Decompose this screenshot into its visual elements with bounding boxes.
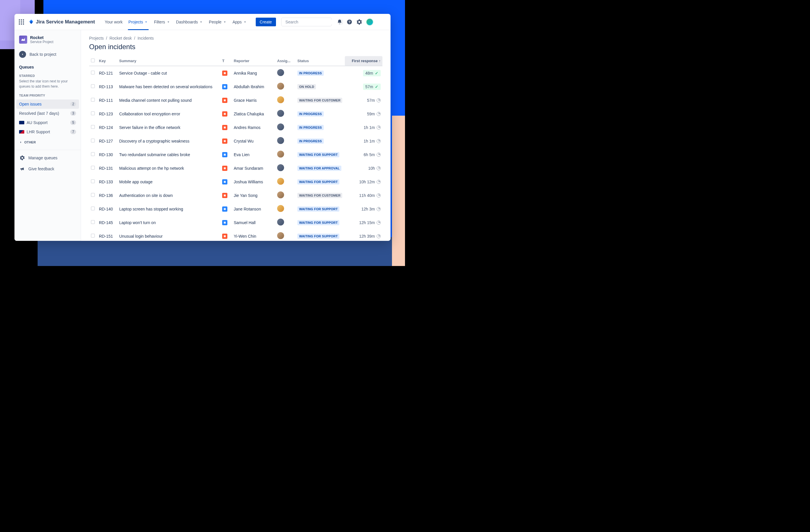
table-row[interactable]: RD-145 Laptop won't turn on Samuel Hall … — [89, 216, 383, 229]
assignee-avatar[interactable] — [277, 123, 284, 130]
issue-key[interactable]: RD-124 — [97, 120, 117, 134]
give-feedback-link[interactable]: Give feedback — [17, 163, 78, 174]
col-status[interactable]: Status — [296, 56, 345, 66]
issue-summary[interactable]: Malicious attempt on the hp network — [117, 161, 221, 175]
row-checkbox[interactable] — [91, 70, 95, 74]
breadcrumb-item[interactable]: Incidents — [137, 36, 153, 40]
issue-key[interactable]: RD-127 — [97, 134, 117, 148]
breadcrumb-item[interactable]: Projects — [89, 36, 104, 40]
section-other-toggle[interactable]: OTHER — [14, 138, 81, 147]
assignee-avatar[interactable] — [277, 96, 284, 103]
row-checkbox[interactable] — [91, 179, 95, 183]
status-lozenge[interactable]: WAITING FOR CUSTOMER — [297, 98, 342, 103]
product-brand[interactable]: Jira Service Management — [27, 19, 97, 25]
nav-apps[interactable]: Apps — [230, 14, 250, 30]
status-lozenge[interactable]: WAITING FOR SUPPORT — [297, 206, 339, 212]
status-lozenge[interactable]: WAITING FOR APPROVAL — [297, 166, 341, 171]
status-lozenge[interactable]: WAITING FOR SUPPORT — [297, 234, 339, 239]
issue-summary[interactable]: Malware has been detected on several wor… — [117, 80, 221, 94]
issue-key[interactable]: RD-111 — [97, 94, 117, 107]
issue-summary[interactable]: Collaboration tool encryption error — [117, 107, 221, 120]
project-header[interactable]: Rocket Service Project — [14, 30, 81, 47]
issue-summary[interactable]: Service Outage - cable cut — [117, 66, 221, 80]
assignee-avatar[interactable] — [277, 151, 284, 157]
table-row[interactable]: RD-127 Discovery of a cryptographic weak… — [89, 134, 383, 148]
settings-icon[interactable] — [356, 19, 362, 25]
assignee-avatar[interactable] — [277, 110, 284, 117]
status-lozenge[interactable]: IN PROGRESS — [297, 138, 324, 144]
assignee-avatar[interactable] — [277, 164, 284, 171]
issue-key[interactable]: RD-131 — [97, 161, 117, 175]
assignee-avatar[interactable] — [277, 219, 284, 226]
table-row[interactable]: RD-131 Malicious attempt on the hp netwo… — [89, 161, 383, 175]
back-to-project[interactable]: Back to project — [14, 47, 81, 63]
col-assignee[interactable]: Assig... — [275, 56, 296, 66]
row-checkbox[interactable] — [91, 166, 95, 170]
issue-summary[interactable]: Discovery of a cryptographic weakness — [117, 134, 221, 148]
search-box[interactable]: / — [281, 18, 332, 26]
issue-summary[interactable]: Authentication on site is down — [117, 188, 221, 202]
table-row[interactable]: RD-111 Media channel content not pulling… — [89, 94, 383, 107]
status-lozenge[interactable]: IN PROGRESS — [297, 125, 324, 130]
table-row[interactable]: RD-136 Authentication on site is down Ji… — [89, 188, 383, 202]
issue-key[interactable]: RD-130 — [97, 148, 117, 161]
row-checkbox[interactable] — [91, 138, 95, 143]
issue-summary[interactable]: Laptop won't turn on — [117, 216, 221, 229]
issue-key[interactable]: RD-121 — [97, 66, 117, 80]
row-checkbox[interactable] — [91, 84, 95, 88]
assignee-avatar[interactable] — [277, 232, 284, 239]
queue-lhr-support[interactable]: LHR Support 7 — [16, 127, 79, 136]
status-lozenge[interactable]: IN PROGRESS — [297, 111, 324, 117]
assignee-avatar[interactable] — [277, 137, 284, 144]
queue-open-issues[interactable]: Open issues 2 — [16, 99, 79, 109]
table-row[interactable]: RD-113 Malware has been detected on seve… — [89, 80, 383, 94]
issue-key[interactable]: RD-140 — [97, 202, 117, 216]
assignee-avatar[interactable] — [277, 192, 284, 198]
help-icon[interactable]: ? — [346, 19, 353, 25]
nav-projects[interactable]: Projects — [126, 14, 151, 30]
col-first-response[interactable]: First response↑ — [345, 56, 383, 66]
table-row[interactable]: RD-124 Server failure in the office netw… — [89, 120, 383, 134]
nav-filters[interactable]: Filters — [151, 14, 173, 30]
status-lozenge[interactable]: WAITING FOR SUPPORT — [297, 152, 339, 157]
col-type[interactable]: T — [221, 56, 232, 66]
row-checkbox[interactable] — [91, 98, 95, 102]
issue-key[interactable]: RD-136 — [97, 188, 117, 202]
nav-dashboards[interactable]: Dashboards — [173, 14, 206, 30]
search-input[interactable] — [286, 20, 336, 24]
issue-summary[interactable]: Mobile app outage — [117, 175, 221, 188]
issue-key[interactable]: RD-145 — [97, 216, 117, 229]
nav-your-work[interactable]: Your work — [102, 14, 126, 30]
issue-key[interactable]: RD-113 — [97, 80, 117, 94]
nav-people[interactable]: People — [206, 14, 230, 30]
status-lozenge[interactable]: WAITING FOR SUPPORT — [297, 220, 339, 225]
breadcrumb-item[interactable]: Rocket desk — [109, 36, 132, 40]
table-row[interactable]: RD-151 Unusual login behaviour Yi-Wen Ch… — [89, 229, 383, 241]
status-lozenge[interactable]: IN PROGRESS — [297, 70, 324, 76]
issue-summary[interactable]: Server failure in the office network — [117, 120, 221, 134]
status-lozenge[interactable]: ON HOLD — [297, 84, 316, 89]
table-row[interactable]: RD-123 Collaboration tool encryption err… — [89, 107, 383, 120]
assignee-avatar[interactable] — [277, 83, 284, 90]
col-summary[interactable]: Summary — [117, 56, 221, 66]
issue-key[interactable]: RD-123 — [97, 107, 117, 120]
assignee-avatar[interactable] — [277, 69, 284, 76]
select-all-checkbox[interactable] — [91, 59, 95, 63]
table-row[interactable]: RD-133 Mobile app outage Joshua Williams… — [89, 175, 383, 188]
issue-key[interactable]: RD-133 — [97, 175, 117, 188]
create-button[interactable]: Create — [256, 18, 276, 26]
row-checkbox[interactable] — [91, 206, 95, 211]
issue-key[interactable]: RD-151 — [97, 229, 117, 241]
notifications-icon[interactable] — [337, 19, 343, 25]
table-row[interactable]: RD-121 Service Outage - cable cut Annika… — [89, 66, 383, 80]
issue-summary[interactable]: Two redundant submarine cables broke — [117, 148, 221, 161]
status-lozenge[interactable]: WAITING FOR CUSTOMER — [297, 193, 342, 198]
row-checkbox[interactable] — [91, 125, 95, 129]
manage-queues-link[interactable]: Manage queues — [17, 152, 78, 163]
queue-au-support[interactable]: AU Support 5 — [16, 118, 79, 127]
table-row[interactable]: RD-140 Laptop screen has stopped working… — [89, 202, 383, 216]
table-row[interactable]: RD-130 Two redundant submarine cables br… — [89, 148, 383, 161]
issue-summary[interactable]: Unusual login behaviour — [117, 229, 221, 241]
queue-resolved-7d[interactable]: Resolved (last 7 days) 3 — [16, 109, 79, 118]
row-checkbox[interactable] — [91, 111, 95, 115]
